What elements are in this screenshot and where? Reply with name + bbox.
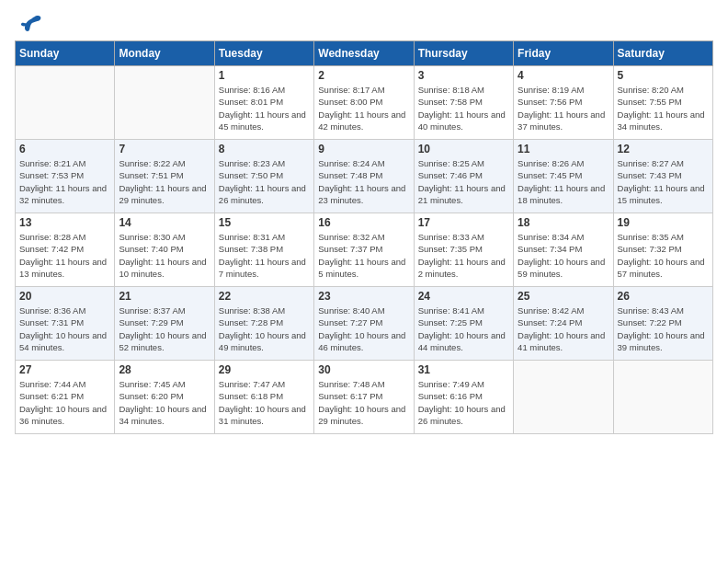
day-number: 28 — [119, 363, 210, 376]
calendar-day-cell: 17Sunrise: 8:33 AMSunset: 7:35 PMDayligh… — [414, 213, 513, 287]
day-info: Sunrise: 8:31 AMSunset: 7:38 PMDaylight:… — [219, 231, 310, 280]
calendar-day-cell: 15Sunrise: 8:31 AMSunset: 7:38 PMDayligh… — [214, 213, 313, 287]
day-info: Sunrise: 8:37 AMSunset: 7:29 PMDaylight:… — [119, 304, 210, 353]
calendar-day-cell: 31Sunrise: 7:49 AMSunset: 6:16 PMDayligh… — [414, 361, 513, 434]
calendar-day-cell: 8Sunrise: 8:23 AMSunset: 7:50 PMDaylight… — [214, 140, 313, 213]
day-info: Sunrise: 8:23 AMSunset: 7:50 PMDaylight:… — [219, 157, 310, 206]
calendar-day-cell: 23Sunrise: 8:40 AMSunset: 7:27 PMDayligh… — [314, 287, 414, 361]
day-number: 10 — [418, 143, 509, 155]
day-number: 2 — [318, 69, 409, 82]
day-number: 5 — [618, 69, 709, 82]
calendar-week-row: 13Sunrise: 8:28 AMSunset: 7:42 PMDayligh… — [16, 213, 713, 287]
day-number: 7 — [119, 143, 210, 155]
day-number: 18 — [518, 216, 609, 229]
day-number: 27 — [19, 363, 110, 376]
day-info: Sunrise: 8:30 AMSunset: 7:40 PMDaylight:… — [119, 231, 210, 280]
day-number: 19 — [618, 216, 709, 229]
day-info: Sunrise: 8:28 AMSunset: 7:42 PMDaylight:… — [19, 231, 110, 280]
day-info: Sunrise: 7:44 AMSunset: 6:21 PMDaylight:… — [19, 378, 110, 427]
day-info: Sunrise: 8:33 AMSunset: 7:35 PMDaylight:… — [418, 231, 509, 280]
calendar-day-cell: 11Sunrise: 8:26 AMSunset: 7:45 PMDayligh… — [514, 140, 613, 213]
day-number: 22 — [219, 290, 310, 303]
day-header-wednesday: Wednesday — [314, 41, 414, 66]
calendar-day-cell — [16, 66, 115, 140]
logo-bird-icon — [17, 15, 42, 33]
day-info: Sunrise: 7:47 AMSunset: 6:18 PMDaylight:… — [219, 378, 310, 427]
day-number: 25 — [518, 290, 609, 303]
day-number: 1 — [219, 69, 310, 82]
calendar-day-cell: 20Sunrise: 8:36 AMSunset: 7:31 PMDayligh… — [16, 287, 115, 361]
day-info: Sunrise: 8:25 AMSunset: 7:46 PMDaylight:… — [418, 157, 509, 206]
page-header — [15, 15, 713, 33]
calendar-day-cell: 16Sunrise: 8:32 AMSunset: 7:37 PMDayligh… — [314, 213, 414, 287]
day-number: 11 — [518, 143, 609, 155]
day-number: 9 — [318, 143, 409, 155]
calendar-day-cell: 21Sunrise: 8:37 AMSunset: 7:29 PMDayligh… — [115, 287, 214, 361]
day-info: Sunrise: 8:19 AMSunset: 7:56 PMDaylight:… — [518, 84, 609, 132]
calendar-day-cell — [115, 66, 214, 140]
calendar-week-row: 27Sunrise: 7:44 AMSunset: 6:21 PMDayligh… — [16, 361, 713, 434]
calendar-day-cell: 14Sunrise: 8:30 AMSunset: 7:40 PMDayligh… — [115, 213, 214, 287]
day-number: 15 — [219, 216, 310, 229]
day-number: 13 — [19, 216, 110, 229]
day-info: Sunrise: 8:27 AMSunset: 7:43 PMDaylight:… — [618, 157, 709, 206]
day-info: Sunrise: 8:41 AMSunset: 7:25 PMDaylight:… — [418, 304, 509, 353]
day-info: Sunrise: 8:35 AMSunset: 7:32 PMDaylight:… — [618, 231, 709, 280]
day-info: Sunrise: 8:43 AMSunset: 7:22 PMDaylight:… — [618, 304, 709, 353]
calendar-week-row: 20Sunrise: 8:36 AMSunset: 7:31 PMDayligh… — [16, 287, 713, 361]
day-info: Sunrise: 8:38 AMSunset: 7:28 PMDaylight:… — [219, 304, 310, 353]
day-header-sunday: Sunday — [16, 41, 115, 66]
day-header-thursday: Thursday — [414, 41, 513, 66]
calendar-day-cell: 25Sunrise: 8:42 AMSunset: 7:24 PMDayligh… — [514, 287, 613, 361]
logo — [15, 15, 42, 33]
calendar-day-cell: 2Sunrise: 8:17 AMSunset: 8:00 PMDaylight… — [314, 66, 414, 140]
day-info: Sunrise: 7:49 AMSunset: 6:16 PMDaylight:… — [418, 378, 509, 427]
calendar-week-row: 6Sunrise: 8:21 AMSunset: 7:53 PMDaylight… — [16, 140, 713, 213]
day-number: 21 — [119, 290, 210, 303]
calendar-table: SundayMondayTuesdayWednesdayThursdayFrid… — [15, 40, 713, 434]
day-info: Sunrise: 8:22 AMSunset: 7:51 PMDaylight:… — [119, 157, 210, 206]
day-info: Sunrise: 8:26 AMSunset: 7:45 PMDaylight:… — [518, 157, 609, 206]
day-info: Sunrise: 8:24 AMSunset: 7:48 PMDaylight:… — [318, 157, 409, 206]
calendar-day-cell: 7Sunrise: 8:22 AMSunset: 7:51 PMDaylight… — [115, 140, 214, 213]
day-number: 26 — [618, 290, 709, 303]
day-number: 31 — [418, 363, 509, 376]
calendar-day-cell: 6Sunrise: 8:21 AMSunset: 7:53 PMDaylight… — [16, 140, 115, 213]
calendar-day-cell: 3Sunrise: 8:18 AMSunset: 7:58 PMDaylight… — [414, 66, 513, 140]
calendar-day-cell: 9Sunrise: 8:24 AMSunset: 7:48 PMDaylight… — [314, 140, 414, 213]
calendar-day-cell: 29Sunrise: 7:47 AMSunset: 6:18 PMDayligh… — [214, 361, 313, 434]
day-info: Sunrise: 8:16 AMSunset: 8:01 PMDaylight:… — [219, 84, 310, 132]
calendar-day-cell — [613, 361, 712, 434]
day-number: 24 — [418, 290, 509, 303]
day-number: 8 — [219, 143, 310, 155]
calendar-day-cell: 5Sunrise: 8:20 AMSunset: 7:55 PMDaylight… — [613, 66, 712, 140]
calendar-header-row: SundayMondayTuesdayWednesdayThursdayFrid… — [16, 41, 713, 66]
calendar-day-cell: 24Sunrise: 8:41 AMSunset: 7:25 PMDayligh… — [414, 287, 513, 361]
day-header-tuesday: Tuesday — [214, 41, 313, 66]
day-header-monday: Monday — [115, 41, 214, 66]
day-info: Sunrise: 8:32 AMSunset: 7:37 PMDaylight:… — [318, 231, 409, 280]
calendar-day-cell: 13Sunrise: 8:28 AMSunset: 7:42 PMDayligh… — [16, 213, 115, 287]
calendar-day-cell: 4Sunrise: 8:19 AMSunset: 7:56 PMDaylight… — [514, 66, 613, 140]
day-number: 20 — [19, 290, 110, 303]
day-number: 29 — [219, 363, 310, 376]
calendar-day-cell — [514, 361, 613, 434]
day-number: 17 — [418, 216, 509, 229]
calendar-day-cell: 10Sunrise: 8:25 AMSunset: 7:46 PMDayligh… — [414, 140, 513, 213]
calendar-day-cell: 28Sunrise: 7:45 AMSunset: 6:20 PMDayligh… — [115, 361, 214, 434]
day-header-friday: Friday — [514, 41, 613, 66]
calendar-day-cell: 27Sunrise: 7:44 AMSunset: 6:21 PMDayligh… — [16, 361, 115, 434]
day-info: Sunrise: 8:34 AMSunset: 7:34 PMDaylight:… — [518, 231, 609, 280]
day-number: 23 — [318, 290, 409, 303]
day-info: Sunrise: 8:42 AMSunset: 7:24 PMDaylight:… — [518, 304, 609, 353]
day-number: 14 — [119, 216, 210, 229]
calendar-day-cell: 30Sunrise: 7:48 AMSunset: 6:17 PMDayligh… — [314, 361, 414, 434]
day-number: 4 — [518, 69, 609, 82]
calendar-day-cell: 19Sunrise: 8:35 AMSunset: 7:32 PMDayligh… — [613, 213, 712, 287]
day-info: Sunrise: 8:18 AMSunset: 7:58 PMDaylight:… — [418, 84, 509, 132]
calendar-week-row: 1Sunrise: 8:16 AMSunset: 8:01 PMDaylight… — [16, 66, 713, 140]
day-number: 6 — [19, 143, 110, 155]
day-info: Sunrise: 7:48 AMSunset: 6:17 PMDaylight:… — [318, 378, 409, 427]
day-info: Sunrise: 8:20 AMSunset: 7:55 PMDaylight:… — [618, 84, 709, 132]
day-info: Sunrise: 8:17 AMSunset: 8:00 PMDaylight:… — [318, 84, 409, 132]
